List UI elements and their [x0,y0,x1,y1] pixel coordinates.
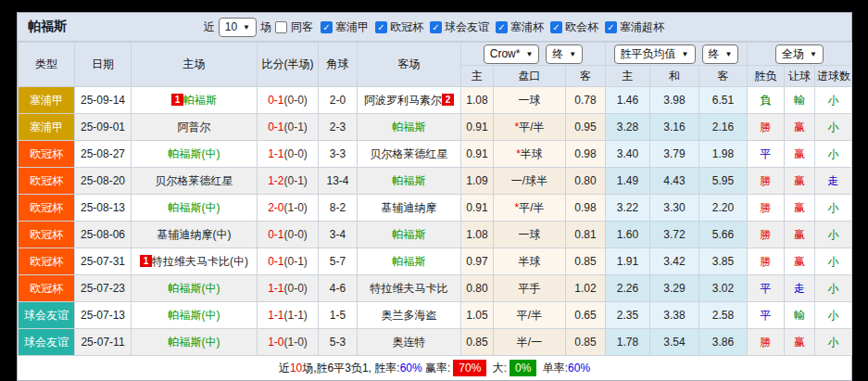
home-team-cell[interactable]: 帕福斯(中) [132,275,258,302]
col-euro-home: 主 [606,66,650,87]
away-team-cell[interactable]: 特拉维夫马卡比 [358,275,461,302]
asian-company-select[interactable]: Crow* ▼ [484,44,540,64]
away-team-cell[interactable]: 奥连特 [358,329,461,356]
corner-cell: 1-5 [319,302,358,329]
result-wdl-cell: 平 [748,141,785,168]
euro-draw-odds-cell: 3.29 [650,275,699,302]
home-team-cell[interactable]: 阿普尔 [132,114,258,141]
euro-away-odds-cell: 2.58 [699,302,748,329]
same-venue-checkbox[interactable]: ✓ [275,21,287,33]
league-type-cell: 球会友谊 [19,302,75,329]
league-checkbox-label: 欧冠杯 [390,19,423,35]
col-result-goals: 进球数 [815,66,852,87]
home-team-name: 帕福斯(中) [169,336,220,349]
result-goals-cell: 小 [815,248,852,275]
fulltime-score: 1-1 [268,282,283,295]
corner-cell: 13-4 [319,168,358,195]
asian-home-odds-cell: 0.85 [461,329,494,356]
matches-label: 场 [260,19,271,35]
home-team-cell[interactable]: 帕福斯(中) [132,195,258,222]
result-wdl-cell: 勝 [748,195,785,222]
league-checkbox[interactable]: ✓ [375,21,387,33]
euro-draw-odds-cell: 3.38 [650,302,699,329]
away-team-cell[interactable]: 帕福斯 [358,168,461,195]
score-cell: 1-1(0-0) [258,275,319,302]
corner-cell: 4-6 [319,275,358,302]
home-team-name: 帕福斯 [183,94,217,107]
scope-select[interactable]: 全场 ▼ [775,44,824,64]
euro-away-odds-cell: 5.66 [699,222,748,248]
away-team-cell[interactable]: 阿波罗利马素尔2 [358,87,461,114]
away-team-cell[interactable]: 贝尔格莱德红星 [358,141,461,168]
away-team-cell[interactable]: 奥兰多海盗 [358,302,461,329]
match-row: 欧冠杯25-07-23帕福斯(中)1-1(0-0)4-6特拉维夫马卡比0.80平… [19,275,852,302]
asian-handicap-cell: 半球 [494,248,566,275]
home-team-cell[interactable]: 基辅迪纳摩(中) [132,222,258,248]
asian-away-odds-cell: 0.80 [566,168,606,195]
euro-draw-odds-cell: 3.98 [650,87,699,114]
home-team-cell[interactable]: 帕福斯(中) [132,329,258,356]
euro-type-select[interactable]: 胜平负均值 ▼ [614,44,696,64]
home-team-name: 帕福斯(中) [169,282,220,295]
result-handicap-cell: 赢 [785,114,815,141]
league-checkbox[interactable]: ✓ [496,21,508,33]
away-team-cell[interactable]: 帕福斯 [358,222,461,248]
score-cell: 0-1(0-1) [258,248,319,275]
team-history-panel: 帕福斯 近 10 ▼ 场 ✓ 同客 ✓塞浦甲✓欧冠杯✓球会友谊✓塞浦杯✓欧会杯✓… [17,12,852,381]
result-handicap-cell: 赢 [785,248,815,275]
home-team-cell[interactable]: 1特拉维夫马卡比(中) [132,248,258,275]
recent-count-value: 10 [225,19,237,35]
home-team-cell[interactable]: 帕福斯(中) [132,141,258,168]
title-bar: 帕福斯 近 10 ▼ 场 ✓ 同客 ✓塞浦甲✓欧冠杯✓球会友谊✓塞浦杯✓欧会杯✓… [18,13,851,42]
league-type-cell: 塞浦甲 [19,87,75,114]
col-result-handicap: 让球 [785,66,815,87]
chevron-down-icon: ▼ [682,46,689,62]
corner-cell: 3-3 [319,141,358,168]
home-team-cell[interactable]: 帕福斯(中) [132,302,258,329]
euro-away-odds-cell: 5.95 [699,168,748,195]
league-checkbox[interactable]: ✓ [605,21,617,33]
halftime-score: (0-1) [284,255,308,268]
match-row: 球会友谊25-07-13帕福斯(中)1-1(1-1)1-5奥兰多海盗1.05平/… [19,302,852,329]
match-date-cell: 25-07-11 [75,329,132,356]
recent-count-select[interactable]: 10 ▼ [219,18,257,37]
euro-away-odds-cell: 3.85 [699,248,748,275]
asian-away-odds-cell: 0.78 [566,87,606,114]
league-filters: ✓塞浦甲✓欧冠杯✓球会友谊✓塞浦杯✓欧会杯✓塞浦超杯 [321,19,668,35]
match-row: 塞浦甲25-09-01阿普尔0-1(0-1)2-3帕福斯0.91*平/半0.95… [19,114,852,141]
rank-badge: 2 [442,94,454,106]
match-row: 塞浦甲25-09-141帕福斯0-1(0-0)2-0阿波罗利马素尔21.08一球… [19,87,852,114]
euro-home-odds-cell: 1.46 [606,87,650,114]
halftime-score: (0-1) [284,121,308,133]
league-checkbox[interactable]: ✓ [321,21,333,33]
result-handicap-cell: 赢 [785,168,815,195]
away-team-name: 奥兰多海盗 [382,309,437,322]
asian-away-odds-cell: 0.98 [566,195,606,222]
summary-segment: 赢率: [422,362,451,375]
result-group: 全场 ▼ [748,43,852,66]
result-goals-cell: 小 [815,275,852,302]
chevron-down-icon: ▼ [569,46,576,62]
rank-badge: 1 [140,255,152,267]
league-checkbox[interactable]: ✓ [550,21,562,33]
result-wdl-cell: 勝 [748,329,785,356]
league-checkbox-label: 欧会杯 [565,19,598,35]
away-team-cell[interactable]: 帕福斯 [358,248,461,275]
home-team-cell[interactable]: 贝尔格莱德红星 [132,168,258,195]
away-team-cell[interactable]: 基辅迪纳摩 [358,195,461,222]
summary-segment: 60% [400,362,422,375]
fulltime-score: 1-1 [268,147,283,160]
away-team-name: 帕福斯 [393,255,426,268]
corner-cell: 5-3 [319,329,358,356]
away-team-name: 贝尔格莱德红星 [371,147,448,160]
away-team-cell[interactable]: 帕福斯 [358,114,461,141]
home-team-cell[interactable]: 1帕福斯 [132,87,258,114]
result-goals-cell: 小 [815,114,852,141]
recent-label: 近 [204,19,215,35]
euro-time-select[interactable]: 终 ▼ [702,44,739,64]
league-checkbox[interactable]: ✓ [430,21,442,33]
euro-home-odds-cell: 1.60 [606,222,650,248]
summary-segment: 近 [279,362,290,375]
col-result-wdl: 胜负 [748,66,785,87]
asian-time-select[interactable]: 终 ▼ [546,44,583,64]
